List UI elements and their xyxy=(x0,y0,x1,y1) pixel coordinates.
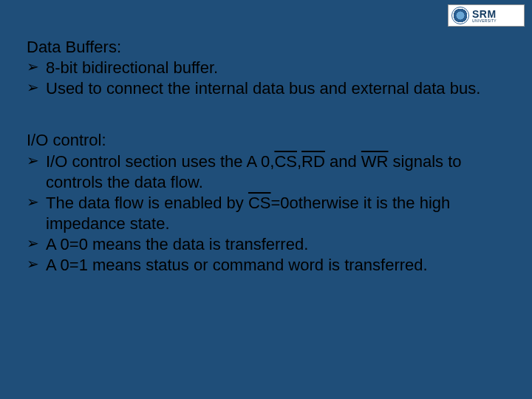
logo-text: SRM UNIVERSITY xyxy=(472,9,497,23)
text-fragment: I/O control section uses the A 0, xyxy=(46,152,274,171)
section2-list: I/O control section uses the A 0,CS,RD a… xyxy=(27,151,510,276)
list-item-text: A 0=1 means status or command word is tr… xyxy=(46,256,428,274)
text-fragment: The data flow is enabled by xyxy=(46,194,248,212)
list-item: 8-bit bidirectional buffer. xyxy=(27,58,510,78)
list-item: The data flow is enabled by CS=0otherwis… xyxy=(27,193,510,234)
section1-list: 8-bit bidirectional buffer. Used to conn… xyxy=(27,58,510,99)
section2-heading: I/O control: xyxy=(27,130,510,151)
list-item: Used to connect the internal data bus an… xyxy=(27,78,510,99)
section1-heading: Data Buffers: xyxy=(27,37,510,58)
overline-cs: CS xyxy=(248,194,271,212)
overline-wr: WR xyxy=(361,152,389,171)
list-item-text: 8-bit bidirectional buffer. xyxy=(46,58,218,77)
list-item: I/O control section uses the A 0,CS,RD a… xyxy=(27,151,510,193)
list-item: A 0=1 means status or command word is tr… xyxy=(27,255,510,276)
brand-logo: SRM UNIVERSITY xyxy=(448,4,525,27)
text-fragment: and xyxy=(325,152,361,171)
overline-cs: CS xyxy=(274,152,297,171)
list-item: A 0=0 means the data is transferred. xyxy=(27,234,510,255)
logo-seal-icon xyxy=(451,7,469,24)
logo-main-text: SRM xyxy=(472,9,497,19)
slide-content: Data Buffers: 8-bit bidirectional buffer… xyxy=(27,37,510,276)
overline-rd: RD xyxy=(301,152,325,171)
logo-sub-text: UNIVERSITY xyxy=(472,19,497,23)
list-item-text: A 0=0 means the data is transferred. xyxy=(46,235,308,253)
list-item-text: Used to connect the internal data bus an… xyxy=(46,79,480,98)
